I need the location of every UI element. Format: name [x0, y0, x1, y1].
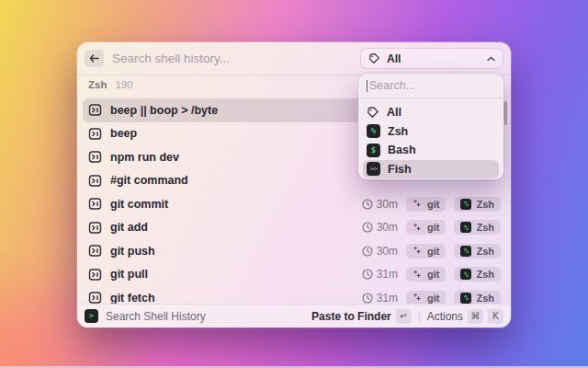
history-row[interactable]: git push 30m git %Zsh [77, 239, 511, 263]
tag-icon [367, 106, 379, 119]
zsh-icon: % [367, 124, 380, 138]
zsh-icon: % [460, 246, 471, 257]
terminal-prompt-icon [88, 221, 102, 235]
shell-label: Zsh [476, 199, 494, 210]
time-ago: 31m [377, 268, 398, 281]
actions-button[interactable]: Actions [427, 310, 463, 323]
primary-action-button[interactable]: Paste to Finder [311, 310, 391, 323]
search-input[interactable]: Search shell history... [112, 52, 360, 65]
shell-badge: %Zsh [454, 220, 501, 235]
filter-option-label: All [387, 106, 401, 119]
terminal-prompt-icon [88, 127, 102, 141]
shell-filter-dropdown[interactable]: All [360, 48, 503, 69]
history-row[interactable]: git pull 31m git %Zsh [77, 263, 511, 287]
terminal-prompt-icon [88, 174, 102, 188]
shell-label: Zsh [476, 222, 494, 233]
filter-option-label: Fish [388, 163, 412, 176]
filter-option-all[interactable]: All [363, 103, 499, 122]
terminal-prompt-icon [88, 103, 102, 117]
panel-search-placeholder: Search... [369, 79, 415, 92]
sparkles-icon [413, 223, 423, 233]
terminal-prompt-icon [88, 244, 102, 258]
terminal-prompt-icon [88, 268, 102, 282]
clock-icon [362, 293, 373, 304]
command-text: git fetch [110, 292, 362, 304]
command-text: git pull [110, 268, 362, 281]
tag-badge: git [406, 291, 446, 304]
sparkles-icon [413, 199, 423, 209]
terminal-prompt-icon [88, 291, 102, 304]
tag-badge: git [406, 244, 446, 259]
sparkles-icon [413, 293, 423, 303]
time-ago: 30m [377, 245, 398, 258]
history-row[interactable]: git add 30m git %Zsh [77, 216, 511, 240]
filter-option-zsh[interactable]: % Zsh [363, 122, 499, 142]
history-row[interactable]: git commit 30m git %Zsh [77, 192, 511, 216]
filter-option-label: Bash [388, 144, 416, 156]
sparkles-icon [413, 246, 423, 256]
section-header: Zsh 190 [88, 79, 133, 90]
tag-badge: git [406, 197, 446, 212]
tag-badge: git [406, 220, 446, 235]
raycast-window: Search shell history... All Zsh 190 beep… [77, 42, 511, 328]
app-name: Search Shell History [106, 310, 311, 323]
chevron-up-icon [487, 56, 495, 62]
tag-label: git [427, 246, 439, 257]
row-accessories: 30m git %Zsh [362, 220, 501, 235]
shell-badge: %Zsh [454, 197, 501, 212]
clock-icon [362, 246, 373, 257]
terminal-prompt-icon [88, 150, 102, 164]
terminal-prompt-icon [88, 197, 102, 211]
zsh-icon: % [460, 293, 471, 304]
tag-label: git [427, 199, 439, 210]
zsh-icon: % [460, 199, 471, 210]
action-bar: > Search Shell History Paste to Finder ↵… [77, 304, 511, 328]
return-key-icon: ↵ [396, 309, 412, 324]
row-accessories: 31m git %Zsh [362, 291, 501, 304]
shell-label: Zsh [476, 246, 494, 257]
app-icon: > [85, 309, 98, 323]
footer-divider: | [418, 311, 421, 322]
row-accessories: 30m git %Zsh [362, 244, 501, 259]
list-scrollbar[interactable] [504, 101, 507, 125]
time-ago: 31m [377, 292, 398, 304]
zsh-icon: % [460, 222, 471, 233]
back-button[interactable] [85, 50, 104, 67]
tag-badge: git [406, 267, 446, 282]
section-count: 190 [115, 79, 132, 90]
zsh-icon: % [460, 269, 471, 280]
sparkles-icon [413, 270, 423, 280]
filter-value: All [387, 52, 481, 65]
command-key-icon: ⌘ [468, 309, 483, 324]
fish-icon: ><> [367, 162, 380, 176]
clock-icon [362, 199, 373, 210]
shell-label: Zsh [476, 269, 494, 280]
row-accessories: 31m git %Zsh [362, 267, 501, 282]
row-accessories: 30m git %Zsh [362, 197, 501, 212]
tag-label: git [427, 269, 439, 280]
tag-icon [368, 52, 380, 64]
shell-badge: %Zsh [454, 291, 501, 304]
filter-option-label: Zsh [388, 125, 408, 138]
k-key-icon: K [488, 309, 503, 324]
tag-label: git [427, 293, 439, 304]
shell-filter-panel: Search... All % Zsh $ Bash ><> Fish [358, 74, 503, 179]
history-row[interactable]: git fetch 31m git %Zsh [77, 286, 511, 304]
shell-badge: %Zsh [454, 244, 501, 259]
time-ago: 30m [377, 198, 398, 211]
command-text: git push [110, 245, 362, 258]
clock-icon [362, 222, 373, 233]
clock-icon [362, 269, 373, 280]
text-cursor [367, 80, 368, 92]
tag-label: git [427, 222, 439, 233]
time-ago: 30m [377, 221, 398, 234]
section-name: Zsh [88, 79, 107, 90]
panel-search-input[interactable]: Search... [358, 74, 503, 98]
shell-badge: %Zsh [454, 267, 501, 282]
bash-icon: $ [367, 144, 380, 157]
filter-option-bash[interactable]: $ Bash [363, 141, 499, 160]
left-arrow-icon [89, 54, 99, 63]
filter-option-fish[interactable]: ><> Fish [363, 160, 499, 179]
command-text: git commit [110, 198, 362, 211]
shell-label: Zsh [476, 293, 494, 304]
